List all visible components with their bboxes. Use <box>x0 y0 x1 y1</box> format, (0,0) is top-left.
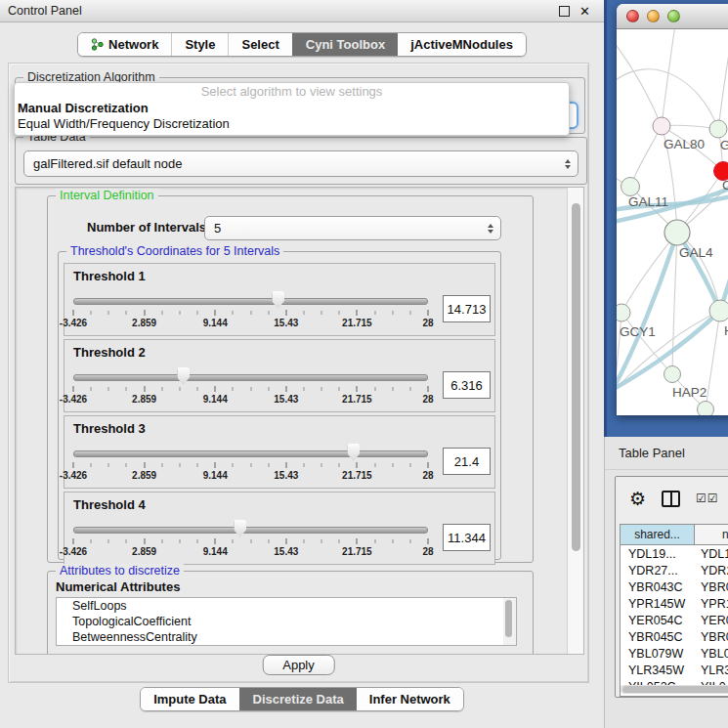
tick-label: -3.426 <box>60 318 87 328</box>
threshold-1-value-field[interactable]: 14.713 <box>443 295 491 322</box>
table-cell[interactable]: YDL19... <box>621 545 695 562</box>
tab-network[interactable]: Network <box>78 33 171 56</box>
column-header-shared-name[interactable]: shared... <box>621 525 695 545</box>
threshold-3-slider[interactable]: -3.4262.8599.14415.4321.71528 <box>70 438 431 485</box>
number-of-intervals-combo[interactable]: 5 <box>204 216 501 240</box>
tick-label: 21.715 <box>342 394 372 405</box>
network-view-window[interactable]: GAL80 GA C GAL11 GAL4 GCY1 H HAP2 <box>617 4 728 415</box>
table-cell[interactable]: YBR045C <box>621 628 695 645</box>
threshold-2-value-field[interactable]: 6.316 <box>443 371 491 399</box>
table-cell[interactable]: YBR0 <box>695 628 728 645</box>
column-header-name[interactable]: na <box>695 525 728 545</box>
node-gal80 <box>653 117 670 135</box>
tick-label: 21.715 <box>342 546 372 557</box>
threshold-1-slider-handle[interactable] <box>272 291 284 309</box>
threshold-4-panel: Threshold 4 -3.4262.8599.14415.4321.7152… <box>64 492 495 565</box>
interval-definition-group: Interval Definition Number of Intervals … <box>47 195 534 563</box>
threshold-4-value-field[interactable]: 11.344 <box>443 524 491 551</box>
threshold-3-slider-handle[interactable] <box>347 444 360 461</box>
table-cell[interactable]: YLR345W <box>621 662 695 678</box>
tick-label: 28 <box>422 394 433 405</box>
node-label-gal80: GAL80 <box>664 137 705 151</box>
attribute-item-topologicalcoefficient[interactable]: TopologicalCoefficient <box>57 614 516 629</box>
table-row[interactable]: YDR27...YDR2 <box>621 562 728 578</box>
threshold-2-slider-handle[interactable] <box>177 367 190 385</box>
top-tab-bar: NetworkStyleSelectCyni ToolboxjActiveMNo… <box>0 32 604 57</box>
table-cell[interactable]: YBR0 <box>695 578 728 595</box>
table-data-combo[interactable]: galFiltered.sif default node <box>23 150 578 177</box>
table-cell[interactable]: YDR27... <box>621 562 695 578</box>
dropdown-option-equal-width-frequency-discretization[interactable]: Equal Width/Frequency Discretization <box>15 116 569 132</box>
tick-label: 28 <box>422 318 433 328</box>
select-columns-icon[interactable]: ☑☑ <box>696 492 719 505</box>
node-label-gal4: GAL4 <box>679 245 713 260</box>
vertical-scrollbar[interactable] <box>567 188 583 654</box>
tick-label: 28 <box>422 470 433 481</box>
threshold-4-slider-handle[interactable] <box>234 520 246 537</box>
attribute-item-betweennesscentrality[interactable]: BetweennessCentrality <box>57 629 516 645</box>
tab-jactivemnodules[interactable]: jActiveMNodules <box>398 33 526 56</box>
threshold-1-slider[interactable]: -3.4262.8599.14415.4321.71528 <box>70 285 431 332</box>
slider-track <box>73 450 428 457</box>
table-cell[interactable]: YER0 <box>695 612 728 628</box>
table-row[interactable]: YLR345WYLR3 <box>621 662 728 678</box>
table-cell[interactable]: YBL0 <box>695 645 728 662</box>
slider-ticks <box>73 538 428 546</box>
tab-cyni-toolbox[interactable]: Cyni Toolbox <box>292 33 398 56</box>
table-row[interactable]: YDL19...YDL1 <box>621 545 728 562</box>
slider-ticks <box>73 462 428 470</box>
float-window-icon[interactable] <box>559 6 570 17</box>
threshold-2-label: Threshold 2 <box>73 345 146 360</box>
app-root: Control Panel ✕ NetworkStyleSelectCyni T… <box>0 0 728 728</box>
table-toolbar: ⚙ ☑☑ <box>616 477 728 520</box>
gear-icon[interactable]: ⚙ <box>629 490 646 508</box>
node-bottom <box>698 402 714 416</box>
table-cell[interactable]: YBL079W <box>621 645 695 662</box>
close-icon[interactable]: ✕ <box>579 5 590 18</box>
number-of-intervals-value: 5 <box>205 221 488 236</box>
attribute-item-selfloops[interactable]: SelfLoops <box>57 598 516 614</box>
tab-style[interactable]: Style <box>171 33 228 56</box>
horizontal-scrollbar-thumb[interactable] <box>622 686 728 693</box>
table-cell[interactable]: YDR2 <box>695 562 728 578</box>
dropdown-option-manual-discretization[interactable]: Manual Discretization <box>15 101 569 116</box>
horizontal-scrollbar[interactable] <box>621 685 728 694</box>
bottom-tab-impute-data[interactable]: Impute Data <box>141 688 238 710</box>
network-canvas[interactable]: GAL80 GA C GAL11 GAL4 GCY1 H HAP2 <box>617 29 728 415</box>
table-cell[interactable]: YPR1 <box>695 595 728 612</box>
tick-label: 2.859 <box>132 546 156 557</box>
window-close-icon[interactable] <box>626 10 639 22</box>
threshold-3-value-field[interactable]: 21.4 <box>443 448 491 475</box>
bottom-tab-discretize-data[interactable]: Discretize Data <box>239 688 357 710</box>
table-cell[interactable]: YER054C <box>621 612 695 628</box>
table-row[interactable]: YBL079WYBL0 <box>621 645 728 662</box>
table-cell[interactable]: YBR043C <box>621 578 695 595</box>
table-row[interactable]: YBR043CYBR0 <box>621 578 728 595</box>
table-cell[interactable]: YPR145W <box>621 595 695 612</box>
numerical-attributes-list[interactable]: SelfLoopsTopologicalCoefficientBetweenne… <box>56 597 517 646</box>
apply-button[interactable]: Apply <box>262 655 335 675</box>
tab-label: jActiveMNodules <box>410 37 513 52</box>
thresholds-group: Threshold's Coordinates for 5 Intervals … <box>58 251 501 560</box>
window-minimize-icon[interactable] <box>647 10 660 22</box>
tab-select[interactable]: Select <box>228 33 291 56</box>
attributes-list-scrollbar[interactable] <box>503 597 517 646</box>
table-cell[interactable]: YDL1 <box>695 545 728 562</box>
threshold-2-slider[interactable]: -3.4262.8599.14415.4321.71528 <box>70 362 431 408</box>
table-row[interactable]: YBR045CYBR0 <box>621 628 728 645</box>
window-zoom-icon[interactable] <box>667 10 680 22</box>
slider-tick-labels: -3.4262.8599.14415.4321.71528 <box>73 318 428 329</box>
tab-label: Select <box>241 37 278 52</box>
table-row[interactable]: YER054CYER0 <box>621 612 728 628</box>
node-gal11 <box>621 178 640 196</box>
table-cell[interactable]: YLR3 <box>695 662 728 678</box>
columns-icon[interactable] <box>662 491 680 507</box>
tick-label: 2.859 <box>132 318 156 328</box>
vertical-scrollbar-thumb[interactable] <box>572 203 580 551</box>
bottom-tab-infer-network[interactable]: Infer Network <box>357 688 463 710</box>
cyni-toolbox-panel: Discretization Algorithm Select algorith… <box>8 63 589 683</box>
control-panel-titlebar: Control Panel ✕ <box>0 0 604 22</box>
threshold-4-slider[interactable]: -3.4262.8599.14415.4321.71528 <box>70 514 431 561</box>
thresholds-stack: Threshold 1 -3.4262.8599.14415.4321.7152… <box>64 263 495 565</box>
table-row[interactable]: YPR145WYPR1 <box>621 595 728 612</box>
